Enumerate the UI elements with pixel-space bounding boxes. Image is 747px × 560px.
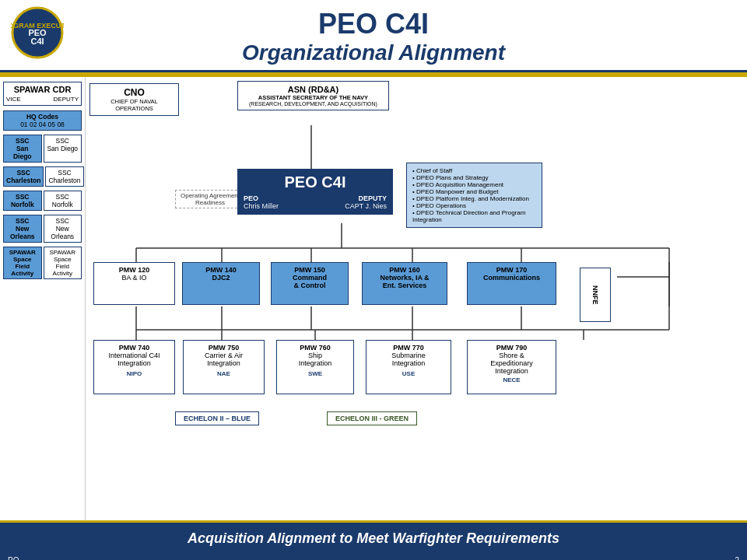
pmw790-box: PMW 790 Shore &ExpeditionaryIntegration … (467, 340, 556, 394)
main-content: SPAWAR CDR VICE DEPUTY HQ Codes 01 02 04… (0, 77, 747, 520)
bullet-acq: • DPEO Acquisition Management (412, 181, 536, 188)
pmw770-sub: SubmarineIntegration (369, 352, 448, 367)
org-area: CNO CHIEF OF NAVAL OPERATIONS ASN (RD&A)… (86, 77, 747, 520)
pmw160-title: PMW 160 (365, 266, 444, 274)
nnfe-label: NNFE (591, 285, 599, 305)
pmw760-title: PMW 760 (279, 344, 351, 352)
pmw790-sub: Shore &ExpeditionaryIntegration (470, 352, 553, 375)
pmw170-title: PMW 170 (470, 266, 553, 274)
footer-left: PO (8, 556, 19, 560)
pmw150-box: PMW 150 Command& Control (271, 262, 349, 305)
pmw740-label: NIPO (96, 370, 172, 377)
bullet-plans: • DPEO Plans and Strategy (412, 174, 536, 181)
pmw760-sub: ShipIntegration (279, 352, 351, 367)
peo-main-box: PEO C4I PEO Chris Miller DEPUTY CAPT J. … (237, 169, 393, 215)
peo-left: PEO Chris Miller (244, 194, 279, 210)
ssc-new-orleans-row: SSCNew Orleans SSCNew Orleans (3, 215, 82, 243)
pmw790-title: PMW 790 (470, 344, 553, 352)
bottom-bar-text: Acquisition Alignment to Meet Warfighter… (188, 530, 559, 546)
asn-box: ASN (RD&A) ASSISTANT SECRETARY OF THE NA… (237, 81, 389, 110)
header-title-main: PEO C4I (0, 8, 747, 40)
pmw120-box: PMW 120 BA & IO (93, 262, 175, 305)
echelon-green-box: ECHELON III - GREEN (327, 411, 417, 425)
pmw790-label: NECE (470, 376, 553, 383)
pmw750-sub: Carrier & AirIntegration (186, 352, 261, 367)
cno-title: CNO (93, 87, 175, 98)
bullet-manpower: • DPEO Manpower and Budget (412, 188, 536, 195)
ssc-san-diego-row: SSCSan Diego SSCSan Diego (3, 135, 82, 163)
pmw170-box: PMW 170 Communications (467, 262, 556, 305)
echelon-green-label: ECHELON III - GREEN (335, 415, 409, 422)
footer-right: 2 (735, 556, 739, 560)
spawar-cdr-title: SPAWAR CDR (6, 85, 79, 94)
ssc-charleston: SSCCharleston (3, 166, 44, 187)
pmw760-box: PMW 760 ShipIntegration SWE (276, 340, 354, 394)
deputy-label: DEPUTY (345, 194, 387, 202)
asn-line2: (RESEARCH, DEVELOPMENT, AND ACQUISITION) (241, 101, 385, 107)
svg-text:C4I: C4I (30, 37, 44, 46)
peo-main-title: PEO C4I (244, 173, 387, 191)
pmw750-title: PMW 750 (186, 344, 261, 352)
asn-line1: ASSISTANT SECRETARY OF THE NAVY (241, 94, 385, 101)
spawar-space: SPAWARSpaceField Activity (3, 247, 42, 279)
echelon-blue-label: ECHELON II – BLUE (184, 415, 251, 422)
pmw140-box: PMW 140 DJC2 (182, 262, 260, 305)
bullet-tech: • DPEO Technical Direction and Program I… (412, 209, 536, 223)
bullet-chief: • Chief of Staff (412, 167, 536, 174)
pmw160-sub: Networks, IA &Ent. Services (365, 274, 444, 289)
hq-sub: 01 02 04 05 08 (6, 121, 79, 128)
sidebar: SPAWAR CDR VICE DEPUTY HQ Codes 01 02 04… (0, 77, 86, 520)
pmw760-label: SWE (279, 370, 351, 377)
ssc-new-orleans-shadow: SSCNew Orleans (44, 215, 82, 243)
asn-title: ASN (RD&A) (241, 85, 385, 94)
header: PROGRAM EXECUTIVE PEO C4I PEO C4I Organi… (0, 0, 747, 72)
info-box: • Chief of Staff • DPEO Plans and Strate… (406, 163, 542, 228)
cno-box: CNO CHIEF OF NAVAL OPERATIONS (89, 83, 179, 116)
peo-right: DEPUTY CAPT J. Nies (345, 194, 387, 210)
nnfe-box: NNFE (580, 268, 611, 322)
spawar-space-shadow: SPAWARSpaceField Activity (44, 247, 82, 279)
spawar-vice: VICE (6, 96, 21, 103)
pmw170-sub: Communications (470, 274, 553, 282)
pmw140-title: PMW 140 (185, 266, 257, 274)
logo: PROGRAM EXECUTIVE PEO C4I (11, 6, 64, 59)
pmw770-title: PMW 770 (369, 344, 448, 352)
pmw740-title: PMW 740 (96, 344, 172, 352)
ssc-charleston-shadow: SSCCharleston (45, 166, 83, 187)
ssc-san-diego-shadow: SSCSan Diego (44, 135, 82, 163)
ssc-charleston-row: SSCCharleston SSCCharleston (3, 166, 82, 187)
peo-label: PEO (244, 194, 279, 202)
echelon-blue-box: ECHELON II – BLUE (175, 411, 259, 425)
ssc-norfolk: SSCNorfolk (3, 191, 42, 211)
pmw740-sub: International C4IIntegration (96, 352, 172, 367)
pmw120-sub: BA & IO (96, 274, 172, 282)
pmw740-box: PMW 740 International C4IIntegration NIP… (93, 340, 175, 394)
footer: PO 2 (0, 555, 747, 560)
spawar-cdr-box: SPAWAR CDR VICE DEPUTY (3, 82, 82, 106)
sidebar-hq: HQ Codes 01 02 04 05 08 (3, 110, 82, 131)
pmw750-box: PMW 750 Carrier & AirIntegration NAE (183, 340, 265, 394)
pmw150-title: PMW 150 (274, 266, 345, 274)
pmw140-sub: DJC2 (185, 274, 257, 282)
ssc-new-orleans: SSCNew Orleans (3, 215, 42, 243)
spawar-space-row: SPAWARSpaceField Activity SPAWARSpaceFie… (3, 247, 82, 279)
deputy-name: CAPT J. Nies (345, 202, 387, 210)
cno-sub: CHIEF OF NAVAL OPERATIONS (93, 98, 175, 112)
pmw120-title: PMW 120 (96, 266, 172, 274)
pmw750-label: NAE (186, 370, 261, 377)
ssc-norfolk-row: SSCNorfolk SSCNorfolk (3, 191, 82, 211)
ssc-norfolk-shadow: SSCNorfolk (44, 191, 82, 211)
hq-title: HQ Codes (6, 113, 79, 121)
bullet-ops: • DPEO Operations (412, 202, 536, 209)
pmw770-label: USE (369, 370, 448, 377)
peo-name: Chris Miller (244, 202, 279, 210)
bullet-platform: • DPEO Platform Integ. and Modernization (412, 195, 536, 202)
pmw150-sub: Command& Control (274, 274, 345, 289)
bottom-bar: Acquisition Alignment to Meet Warfighter… (0, 520, 747, 555)
ssc-san-diego: SSCSan Diego (3, 135, 42, 163)
pmw770-box: PMW 770 SubmarineIntegration USE (366, 340, 451, 394)
header-title-sub: Organizational Alignment (0, 40, 747, 65)
spawar-deputy: DEPUTY (54, 96, 79, 103)
operating-agreement-label: Operating AgreementReadiness (175, 190, 245, 208)
pmw160-box: PMW 160 Networks, IA &Ent. Services (362, 262, 447, 305)
